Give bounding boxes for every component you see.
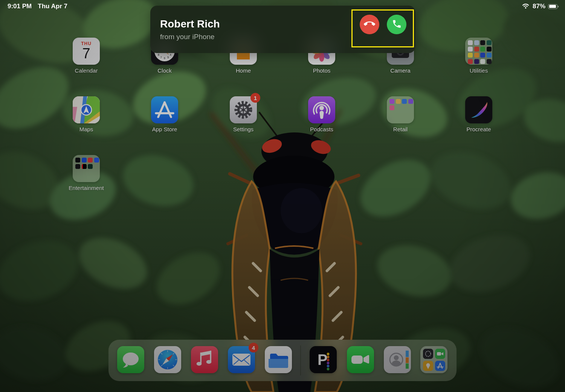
call-source-subtitle: from your iPhone xyxy=(160,33,215,41)
accept-call-icon xyxy=(392,19,402,30)
app-calendar[interactable]: THU 7 Calendar xyxy=(58,38,115,74)
calendar-day: 7 xyxy=(82,46,90,61)
files-icon[interactable] xyxy=(265,346,292,373)
dock-separator xyxy=(300,345,301,375)
app-label: Calendar xyxy=(75,67,98,74)
app-label: Photos xyxy=(313,67,331,74)
app-label: Settings xyxy=(233,126,253,132)
procreate-icon xyxy=(465,96,492,123)
utilities-folder-icon xyxy=(465,38,492,65)
ipad-home-screen: THU 7 Calendar 1212 345 678 91011 Clock xyxy=(0,0,565,392)
svg-text:8: 8 xyxy=(158,53,159,56)
battery-icon xyxy=(548,4,557,9)
entertainment-folder-icon xyxy=(73,155,100,182)
mail-icon[interactable]: 4 xyxy=(228,346,255,373)
dock: 4 P xyxy=(108,340,457,381)
accept-call-button[interactable] xyxy=(387,15,406,34)
app-label: Clock xyxy=(157,67,172,74)
folder-retail[interactable]: Retail xyxy=(372,96,429,132)
app-library-mini-findmy xyxy=(423,361,433,371)
status-date: Thu Apr 7 xyxy=(38,3,67,10)
app-appstore[interactable]: App Store xyxy=(136,96,193,132)
retail-folder-icon xyxy=(387,96,414,123)
messages-icon[interactable] xyxy=(117,346,144,373)
folder-label: Retail xyxy=(393,126,408,132)
app-library-mini-appstore xyxy=(435,361,445,371)
svg-text:P: P xyxy=(318,351,328,368)
folder-label: Entertainment xyxy=(69,185,104,191)
app-library-mini-settings xyxy=(423,349,433,359)
app-library-mini-facetime xyxy=(435,349,445,359)
settings-icon: 1 xyxy=(230,96,257,123)
mail-badge: 4 xyxy=(249,343,258,352)
safari-icon[interactable] xyxy=(154,346,181,373)
music-icon[interactable] xyxy=(191,346,218,373)
app-podcasts[interactable]: Podcasts xyxy=(293,96,350,132)
folder-entertainment[interactable]: Entertainment xyxy=(58,155,115,191)
wifi-icon xyxy=(521,2,530,11)
peacock-icon[interactable]: P xyxy=(310,346,337,373)
status-bar: 9:01 PM Thu Apr 7 87% xyxy=(0,0,565,13)
app-label: Podcasts xyxy=(310,126,333,132)
svg-text:4: 4 xyxy=(170,53,171,56)
app-label: Procreate xyxy=(466,126,491,132)
podcasts-icon xyxy=(308,96,335,123)
facetime-icon[interactable] xyxy=(347,346,374,373)
app-label: App Store xyxy=(152,126,177,132)
battery-percent: 87% xyxy=(533,3,545,10)
settings-badge: 1 xyxy=(250,93,260,103)
contacts-icon[interactable] xyxy=(384,346,411,373)
folder-label: Utilities xyxy=(470,67,488,74)
app-settings[interactable]: 1 Settings xyxy=(215,96,272,132)
app-maps[interactable]: Maps xyxy=(58,96,115,132)
folder-utilities[interactable]: Utilities xyxy=(450,38,507,74)
status-time: 9:01 PM xyxy=(8,3,32,10)
app-store-icon xyxy=(151,96,178,123)
app-label: Maps xyxy=(79,126,93,132)
app-library-icon[interactable] xyxy=(420,346,447,373)
caller-name: Robert Rich xyxy=(160,18,220,30)
maps-icon xyxy=(73,96,100,123)
app-procreate[interactable]: Procreate xyxy=(450,96,507,132)
svg-text:6: 6 xyxy=(164,57,165,59)
calendar-icon: THU 7 xyxy=(73,38,100,65)
app-label: Camera xyxy=(390,67,410,74)
svg-text:7: 7 xyxy=(160,56,162,59)
svg-text:5: 5 xyxy=(167,56,169,59)
app-label: Home xyxy=(236,67,251,74)
decline-call-button[interactable] xyxy=(360,15,379,34)
decline-call-icon xyxy=(364,18,375,31)
